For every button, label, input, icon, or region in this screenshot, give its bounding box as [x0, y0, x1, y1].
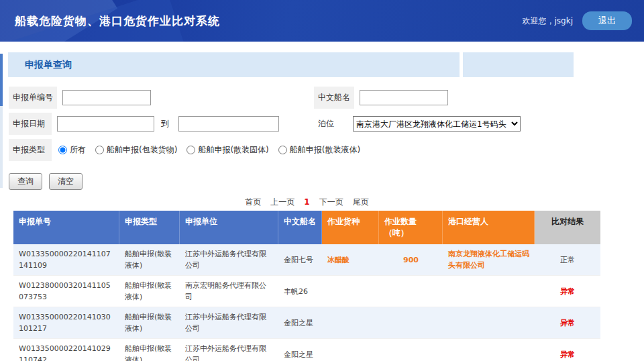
declaration-type-radios: 所有 船舶申报(包装货物) 船舶申报(散装固体) 船舶申报(散装液体)	[58, 144, 360, 156]
cell-quantity	[379, 276, 443, 307]
radio-option-bulk-liquid[interactable]: 船舶申报(散装液体)	[278, 144, 360, 156]
tab-bar-spacer	[463, 52, 574, 77]
app-header: 船载危险货物、港口危货作业比对系统 欢迎您，jsgkj 退出	[0, 0, 644, 42]
cell-declaration-no: W013350000220141029110742	[13, 339, 119, 361]
col-header-cargo: 作业货种	[322, 211, 379, 244]
cell-quantity: 900	[379, 244, 443, 275]
clear-button[interactable]: 清空	[49, 173, 83, 190]
radio-packaged-label: 船舶申报(包装货物)	[107, 144, 177, 156]
cell-result: 异常	[535, 339, 600, 361]
left-edge-strip-light	[0, 106, 3, 188]
cell-cargo: 冰醋酸	[322, 244, 379, 275]
cell-declaration-type: 船舶申报(散装液体)	[119, 276, 180, 307]
cell-ship-name: 金阳之星	[278, 339, 322, 361]
cell-port-operator	[443, 276, 535, 307]
radio-bulk-liquid-label: 船舶申报(散装液体)	[290, 144, 360, 156]
cell-cargo	[322, 307, 379, 338]
table-row: W013350000220141107141109 船舶申报(散装液体) 江苏中…	[13, 244, 600, 276]
cell-cargo	[322, 276, 379, 307]
col-header-declaration-unit: 申报单位	[180, 211, 278, 244]
cell-result: 异常	[535, 276, 600, 307]
cell-port-operator	[443, 339, 535, 361]
table-header-row: 申报单号 申报类型 申报单位 中文船名 作业货种 作业数量（吨） 港口经营人 比…	[13, 211, 600, 244]
radio-bulk-solid-label: 船舶申报(散装固体)	[198, 144, 268, 156]
cell-port-operator: 南京龙翔液体化工储运码头有限公司	[443, 244, 535, 275]
table-row: W013350000220141029110742 船舶申报(散装液体) 江苏中…	[13, 339, 600, 361]
date-from-input[interactable]	[57, 116, 154, 132]
app-title: 船载危险货物、港口危货作业比对系统	[0, 13, 220, 29]
radio-all-label: 所有	[70, 144, 86, 156]
pagination-last[interactable]: 尾页	[353, 197, 369, 207]
radio-bulk-liquid-input[interactable]	[278, 146, 287, 154]
date-label: 申报日期	[9, 113, 52, 135]
pagination: 首页上一页1下一页尾页	[13, 197, 600, 208]
cell-ship-name: 金阳之星	[278, 307, 322, 338]
cell-declaration-no: W013350000220141107141109	[13, 244, 119, 275]
pagination-first[interactable]: 首页	[245, 197, 261, 207]
cell-declaration-no: W012380000320141105073753	[13, 276, 119, 307]
cell-declaration-unit: 江苏中外运船务代理有限公司	[180, 307, 278, 338]
query-form: 申报单编号 中文船名 申报日期 到 泊位 南京港大厂港区龙翔液体化工储运1号码头…	[0, 77, 644, 161]
cell-declaration-unit: 江苏中外运船务代理有限公司	[180, 339, 278, 361]
cell-quantity	[379, 339, 443, 361]
cell-declaration-no: W013350000220141030101217	[13, 307, 119, 338]
cell-declaration-type: 船舶申报(散装液体)	[119, 339, 180, 361]
tab-declaration-query[interactable]: 申报单查询	[8, 52, 460, 77]
cell-ship-name: 丰帆26	[278, 276, 322, 307]
date-to-input[interactable]	[178, 116, 279, 132]
ship-name-label: 中文船名	[314, 87, 354, 109]
pagination-current-page: 1	[304, 197, 309, 207]
form-row-2: 申报日期 到 泊位 南京港大厂港区龙翔液体化工储运1号码头	[9, 113, 644, 135]
welcome-text: 欢迎您，jsgkj	[523, 15, 574, 27]
pagination-prev[interactable]: 上一页	[270, 197, 294, 207]
cell-cargo	[322, 339, 379, 361]
date-to-text: 到	[161, 118, 169, 130]
logout-button[interactable]: 退出	[582, 11, 632, 30]
table-row: W013350000220141030101217 船舶申报(散装液体) 江苏中…	[13, 307, 600, 339]
radio-all-input[interactable]	[58, 146, 67, 154]
col-header-ship-name: 中文船名	[278, 211, 322, 244]
cell-ship-name: 金阳七号	[278, 244, 322, 275]
ship-name-input[interactable]	[360, 90, 448, 105]
form-row-1: 申报单编号 中文船名	[9, 87, 644, 109]
table-row: W012380000320141105073753 船舶申报(散装液体) 南京宏…	[13, 276, 600, 307]
cell-declaration-unit: 南京宏明船务代理有限公司	[180, 276, 278, 307]
radio-option-bulk-solid[interactable]: 船舶申报(散装固体)	[186, 144, 268, 156]
tab-bar: 申报单查询	[0, 52, 644, 77]
cell-declaration-unit: 江苏中外运船务代理有限公司	[180, 244, 278, 275]
pagination-next[interactable]: 下一页	[319, 197, 343, 207]
col-header-quantity: 作业数量（吨）	[379, 211, 443, 244]
declaration-no-label: 申报单编号	[9, 87, 57, 109]
radio-option-packaged[interactable]: 船舶申报(包装货物)	[95, 144, 177, 156]
cell-quantity	[379, 307, 443, 338]
col-header-declaration-type: 申报类型	[119, 211, 180, 244]
cell-result: 正常	[535, 244, 600, 275]
form-buttons: 查询 清空	[0, 165, 644, 190]
radio-packaged-input[interactable]	[95, 146, 104, 154]
query-button[interactable]: 查询	[9, 173, 42, 190]
cell-declaration-type: 船舶申报(散装液体)	[119, 244, 180, 275]
col-header-declaration-no: 申报单号	[13, 211, 119, 244]
header-user-area: 欢迎您，jsgkj 退出	[523, 0, 633, 42]
col-header-result: 比对结果	[535, 211, 600, 244]
berth-label: 泊位	[314, 113, 347, 135]
radio-option-all[interactable]: 所有	[58, 144, 86, 156]
left-edge-strip	[0, 54, 3, 106]
results-table: 申报单号 申报类型 申报单位 中文船名 作业货种 作业数量（吨） 港口经营人 比…	[13, 211, 600, 361]
cell-result: 异常	[535, 307, 600, 338]
declaration-type-label: 申报类型	[9, 139, 52, 161]
radio-bulk-solid-input[interactable]	[186, 146, 195, 154]
cell-declaration-type: 船舶申报(散装液体)	[119, 307, 180, 338]
berth-select[interactable]: 南京港大厂港区龙翔液体化工储运1号码头	[353, 116, 521, 132]
form-row-3: 申报类型 所有 船舶申报(包装货物) 船舶申报(散装固体) 船舶申报(散装液体)	[9, 139, 644, 161]
declaration-no-input[interactable]	[62, 90, 151, 105]
col-header-port-operator: 港口经营人	[443, 211, 535, 244]
cell-port-operator	[443, 307, 535, 338]
